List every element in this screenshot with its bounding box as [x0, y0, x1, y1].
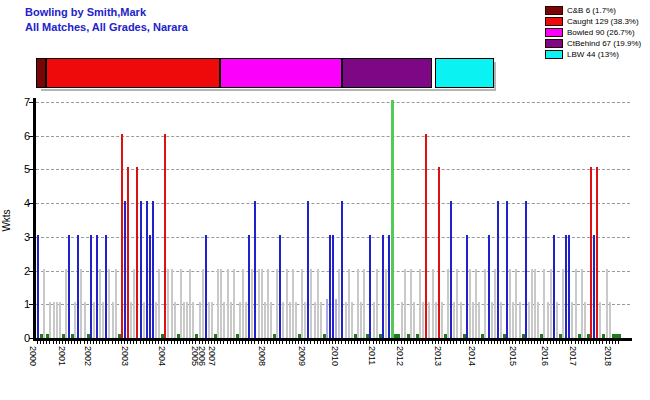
- x-tick-mark: [189, 341, 190, 344]
- x-tick-mark: [261, 341, 262, 344]
- x-tick-mark: [401, 341, 402, 344]
- bar: [413, 302, 415, 338]
- bar: [456, 269, 458, 338]
- x-tick-mark: [174, 341, 175, 344]
- x-year-label: 2003: [120, 346, 130, 366]
- bar: [317, 269, 319, 338]
- x-tick-mark: [571, 341, 572, 344]
- x-tick-mark: [543, 341, 544, 344]
- x-tick-mark: [102, 341, 103, 344]
- x-tick-mark: [484, 341, 485, 344]
- bar: [279, 235, 281, 338]
- x-tick-mark: [136, 341, 137, 344]
- bar: [425, 134, 427, 338]
- x-tick-mark: [562, 341, 563, 344]
- bar: [183, 302, 185, 338]
- bar: [174, 302, 176, 338]
- x-tick-mark: [292, 341, 293, 344]
- x-tick-mark: [609, 341, 610, 344]
- bar: [348, 269, 350, 338]
- bar: [158, 269, 160, 338]
- x-tick-mark: [124, 341, 125, 344]
- bar: [254, 201, 256, 338]
- x-tick-mark: [202, 341, 203, 344]
- x-tick-mark: [152, 341, 153, 344]
- x-tick-mark: [354, 341, 355, 344]
- bar: [494, 269, 496, 338]
- bar: [108, 269, 110, 338]
- x-tick-mark: [199, 341, 200, 344]
- x-tick-mark: [87, 341, 88, 344]
- x-tick-mark: [242, 341, 243, 344]
- x-year-label: 2015: [508, 346, 518, 366]
- bar: [357, 269, 359, 338]
- bar: [267, 269, 269, 338]
- x-tick-mark: [80, 341, 81, 344]
- x-tick-mark: [186, 341, 187, 344]
- x-tick-mark: [422, 341, 423, 344]
- bar: [286, 269, 288, 338]
- x-tick-mark: [304, 341, 305, 344]
- x-tick-mark: [453, 341, 454, 344]
- bar: [223, 302, 225, 338]
- bar: [37, 235, 39, 338]
- x-tick-mark: [286, 341, 287, 344]
- x-year-label: 2016: [540, 346, 550, 366]
- gridline-y6: [36, 136, 630, 137]
- x-tick-mark: [447, 341, 448, 344]
- x-tick-mark: [314, 341, 315, 344]
- x-tick-mark: [575, 341, 576, 344]
- bar: [49, 302, 51, 338]
- bar: [363, 269, 365, 338]
- bar: [450, 201, 452, 338]
- x-tick-mark: [363, 341, 364, 344]
- bar: [96, 235, 98, 338]
- bar: [382, 235, 384, 338]
- x-tick-mark: [360, 341, 361, 344]
- bar: [227, 269, 229, 338]
- bar: [509, 269, 511, 338]
- x-tick-mark: [146, 341, 147, 344]
- bar: [90, 235, 92, 338]
- x-year-label: 2001: [57, 346, 67, 366]
- x-year-label: 2000: [28, 346, 38, 366]
- x-tick-mark: [118, 341, 119, 344]
- x-tick-mark: [590, 341, 591, 344]
- x-tick-mark: [326, 341, 327, 344]
- bar: [472, 302, 474, 338]
- bar: [186, 302, 188, 338]
- bar: [500, 302, 502, 338]
- x-tick-mark: [460, 341, 461, 344]
- y-tick-label: 5: [12, 163, 30, 175]
- x-tick-mark: [500, 341, 501, 344]
- bar: [335, 299, 337, 338]
- y-tick-label: 7: [12, 96, 30, 108]
- x-tick-mark: [540, 341, 541, 344]
- bar: [388, 235, 390, 338]
- x-tick-mark: [155, 341, 156, 344]
- bar: [301, 269, 303, 338]
- x-tick-mark: [413, 341, 414, 344]
- bar: [484, 269, 486, 338]
- x-tick-mark: [348, 341, 349, 344]
- x-tick-mark: [217, 341, 218, 344]
- y-tick-label: 3: [12, 231, 30, 243]
- x-tick-mark: [382, 341, 383, 344]
- bar: [270, 302, 272, 338]
- x-tick-mark: [62, 341, 63, 344]
- bar: [326, 299, 328, 338]
- x-tick-mark: [338, 341, 339, 344]
- x-tick-mark: [419, 341, 420, 344]
- x-tick-mark: [105, 341, 106, 344]
- bar: [167, 269, 169, 338]
- x-tick-mark: [99, 341, 100, 344]
- x-tick-mark: [276, 341, 277, 344]
- x-tick-mark: [46, 341, 47, 344]
- bar: [590, 167, 592, 338]
- bar: [202, 269, 204, 338]
- bar: [531, 269, 533, 338]
- x-tick-mark: [568, 341, 569, 344]
- x-tick-mark: [444, 341, 445, 344]
- bar: [230, 302, 232, 338]
- x-tick-mark: [522, 341, 523, 344]
